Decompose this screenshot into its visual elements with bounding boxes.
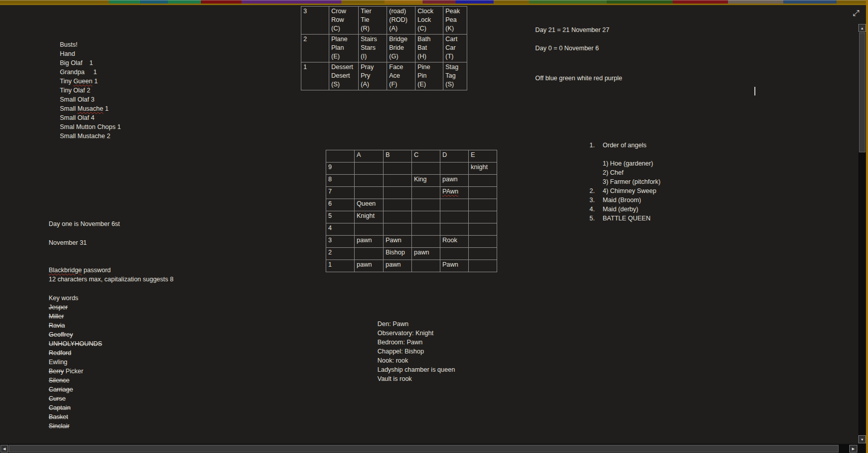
chess-row-label: 3 <box>326 236 355 248</box>
keyword-item: Miller <box>49 312 102 321</box>
chess-cell <box>412 199 440 211</box>
word-cell: Peak Pea (K) <box>443 7 467 35</box>
tab-color-segment <box>341 0 385 4</box>
word-row-number: 2 <box>301 35 329 62</box>
text-caret <box>754 87 755 95</box>
tab-color-segment <box>673 0 728 4</box>
chess-cell: Pawn <box>384 236 412 248</box>
chess-cell <box>384 199 412 211</box>
chess-col-header: B <box>384 150 412 163</box>
chess-cell <box>384 223 412 236</box>
keyword-item: Berry Picker <box>49 367 102 376</box>
keyword-item: Curse <box>49 394 102 403</box>
password-hint-note: 12 characters max, capitalization sugges… <box>49 275 173 284</box>
notes-canvas[interactable]: ⤢ Busts! Hand Big Olaf 1 Grandpa 1 Tiny … <box>0 0 868 453</box>
chess-cell <box>469 211 497 223</box>
chess-row-label: 1 <box>326 260 355 272</box>
tab-color-segment <box>783 0 837 4</box>
word-cell: Stairs Stars (I) <box>359 35 387 62</box>
note-line: Tiny Gueen 1 <box>60 77 121 86</box>
chess-cell: Pawn <box>440 260 469 272</box>
tab-color-segment <box>201 0 241 4</box>
chess-cell: pawn <box>384 260 412 272</box>
note-line: Small Olaf 4 <box>60 113 121 122</box>
chess-row-label: 9 <box>326 163 355 175</box>
word-puzzle-table: 3 Crow Row (C) Tier Tie (R) (road) (ROD)… <box>301 6 467 90</box>
scroll-down-icon: ▼ <box>860 438 864 441</box>
chess-cell: Queen <box>355 199 384 211</box>
tab-color-segment <box>728 0 783 4</box>
keyword-item: Basket <box>49 412 102 422</box>
keyword-item: Jesper <box>49 303 102 312</box>
note-line: Tiny Olaf 2 <box>60 86 121 95</box>
rooms-note: Den: Pawn Observatory: Knight Bedroom: P… <box>377 319 455 383</box>
chess-cell <box>412 260 440 272</box>
scroll-left-button[interactable]: ◀ <box>1 445 8 452</box>
note-line: Big Olaf 1 <box>60 58 121 68</box>
misspelled-word: Musache <box>78 105 103 112</box>
tab-color-segment <box>837 0 868 4</box>
chess-row-label: 4 <box>326 223 355 236</box>
chess-cell <box>355 248 384 260</box>
chess-cell: Rook <box>440 236 469 248</box>
chess-cell <box>469 223 497 236</box>
chess-row-label: 6 <box>326 199 355 211</box>
keyword-item: UNHOLYHOUNDS <box>49 339 102 348</box>
misspelled-word: Blackbridge <box>49 267 82 274</box>
note-line: Vault is rook <box>377 374 455 383</box>
chess-cell: Knight <box>355 211 384 223</box>
chess-cell <box>469 175 497 187</box>
scroll-right-button[interactable]: ▶ <box>849 445 857 452</box>
chess-col-header: A <box>355 150 384 163</box>
note-line: Hand <box>60 49 121 58</box>
chess-col-header: E <box>469 150 497 163</box>
note-line: Chappel: Bishop <box>377 347 455 356</box>
note-line: 1.Order of angels <box>589 141 661 150</box>
chess-cell <box>469 236 497 248</box>
chess-cell: pawn <box>440 175 469 187</box>
note-line: 3) Farmer (pitchfork) <box>589 177 661 186</box>
angels-note: 1.Order of angels 1) Hoe (gardener) 2) C… <box>589 141 661 223</box>
note-line: Busts! <box>60 40 121 49</box>
horizontal-scrollbar-thumb[interactable] <box>9 445 839 452</box>
keyword-item: Geoffrey <box>49 330 102 339</box>
word-cell: Bath Bat (H) <box>415 35 443 62</box>
vertical-scrollbar-thumb[interactable] <box>859 33 865 152</box>
keywords-note: Key words Jesper Miller Ravia Geoffrey U… <box>49 294 102 431</box>
word-cell: Face Ace (F) <box>387 62 415 90</box>
keywords-title: Key words <box>49 294 102 303</box>
chess-cell: PAwn <box>440 187 469 199</box>
scroll-up-button[interactable]: ▲ <box>858 24 866 32</box>
chess-cell <box>412 236 440 248</box>
off-colors-note: Off blue green white red purple <box>535 74 622 83</box>
day0-note: Day 0 = 0 November 6 <box>535 44 599 53</box>
note-line: Nook: rook <box>377 356 455 365</box>
chess-cell <box>469 187 497 199</box>
note-line: Small Mustache 2 <box>60 132 121 141</box>
note-line: 2) Chef <box>589 168 661 177</box>
chess-cell: pawn <box>412 248 440 260</box>
busts-note: Busts! Hand Big Olaf 1 Grandpa 1 Tiny Gu… <box>60 40 121 141</box>
chess-row-label: 5 <box>326 211 355 223</box>
chess-cell <box>469 260 497 272</box>
chess-corner-cell <box>326 150 355 163</box>
note-line: 3.Maid (Broom) <box>589 196 661 205</box>
chess-cell <box>469 199 497 211</box>
chess-cell: King <box>412 175 440 187</box>
chess-cell <box>384 175 412 187</box>
misspelled-word: PAwn <box>442 188 459 195</box>
keyword-item: Captain <box>49 403 102 412</box>
keyword-item: Ewling <box>49 358 102 367</box>
note-line: 5.BATTLE QUEEN <box>589 214 661 223</box>
tab-color-segment <box>423 0 456 4</box>
chess-cell <box>440 248 469 260</box>
chess-cell <box>355 163 384 175</box>
chess-cell: pawn <box>355 260 384 272</box>
expand-icon[interactable]: ⤢ <box>853 9 859 17</box>
scroll-down-button[interactable]: ▼ <box>858 435 866 443</box>
chess-cell <box>440 211 469 223</box>
scroll-right-icon: ▶ <box>852 447 854 450</box>
tab-color-segment <box>385 0 423 4</box>
chess-cell <box>384 187 412 199</box>
tab-color-segment <box>494 0 529 4</box>
